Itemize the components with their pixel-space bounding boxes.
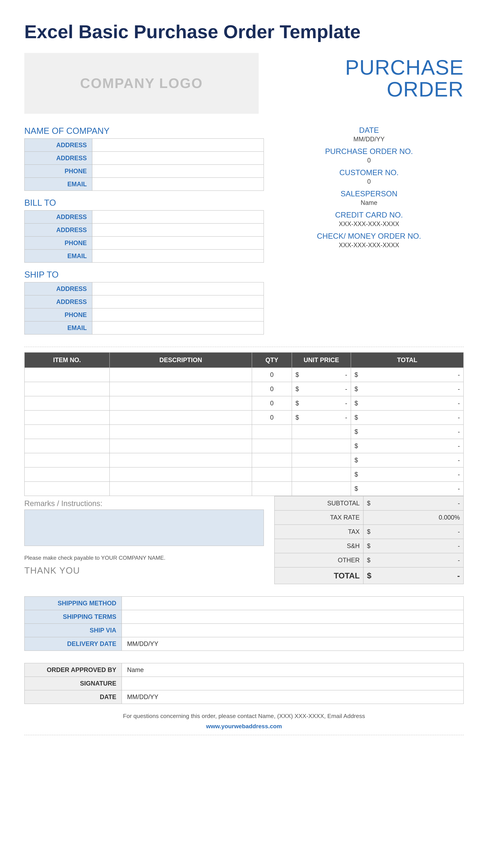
item-unit-cell[interactable]: $-: [292, 410, 351, 425]
item-row: 0$-$-: [25, 396, 463, 410]
company-address2-value[interactable]: [92, 152, 264, 164]
shipping-method-value[interactable]: [122, 596, 463, 610]
item-qty-cell[interactable]: 0: [252, 382, 292, 396]
item-unit-cell[interactable]: [292, 439, 351, 453]
item-row: 0$-$-: [25, 368, 463, 382]
other-value[interactable]: $-: [363, 553, 463, 567]
footer-url[interactable]: www.yourwebaddress.com: [24, 723, 464, 730]
company-address-value[interactable]: [92, 138, 264, 152]
totals-table: SUBTOTAL$- TAX RATE0.000% TAX$- S&H$- OT…: [274, 496, 464, 584]
item-total-cell: $-: [351, 425, 463, 439]
item-total-cell: $-: [351, 482, 463, 496]
item-no-cell[interactable]: [25, 439, 110, 453]
item-no-cell[interactable]: [25, 382, 110, 396]
grand-total-value: $-: [363, 567, 463, 584]
company-email-value[interactable]: [92, 178, 264, 191]
item-no-cell[interactable]: [25, 368, 110, 382]
item-row: $-: [25, 482, 463, 496]
item-desc-cell[interactable]: [110, 396, 252, 410]
col-unit-price: UNIT PRICE: [292, 352, 351, 368]
item-total-cell: $-: [351, 368, 463, 382]
item-no-cell[interactable]: [25, 396, 110, 410]
item-no-cell[interactable]: [25, 410, 110, 425]
item-qty-cell[interactable]: 0: [252, 396, 292, 410]
remarks-box[interactable]: [24, 509, 264, 546]
shipto-phone-value[interactable]: [92, 308, 264, 321]
customer-no-value[interactable]: 0: [274, 178, 464, 185]
item-qty-cell[interactable]: [252, 482, 292, 496]
approved-by-label: ORDER APPROVED BY: [25, 663, 122, 677]
item-unit-cell[interactable]: [292, 467, 351, 482]
date-value[interactable]: MM/DD/YY: [274, 135, 464, 143]
sh-value[interactable]: $-: [363, 539, 463, 553]
shipto-email-value[interactable]: [92, 321, 264, 334]
remarks-label: Remarks / Instructions:: [24, 499, 264, 508]
shipto-address2-value[interactable]: [92, 295, 264, 308]
company-address2-label: ADDRESS: [25, 152, 92, 164]
cc-no-value[interactable]: XXX-XXX-XXX-XXXX: [274, 220, 464, 227]
item-unit-cell[interactable]: [292, 482, 351, 496]
shipto-table: ADDRESS ADDRESS PHONE EMAIL: [24, 282, 264, 335]
shipping-method-label: SHIPPING METHOD: [25, 596, 122, 610]
item-row: $-: [25, 425, 463, 439]
item-row: $-: [25, 453, 463, 467]
shipping-terms-value[interactable]: [122, 610, 463, 624]
col-description: DESCRIPTION: [110, 352, 252, 368]
po-heading-line2: ORDER: [269, 78, 464, 100]
approved-by-value[interactable]: Name: [122, 663, 463, 677]
ship-via-value[interactable]: [122, 624, 463, 637]
approval-date-value[interactable]: MM/DD/YY: [122, 690, 463, 704]
item-unit-cell[interactable]: [292, 425, 351, 439]
item-qty-cell[interactable]: 0: [252, 368, 292, 382]
po-no-label: PURCHASE ORDER NO.: [274, 147, 464, 156]
taxrate-value[interactable]: 0.000%: [363, 510, 463, 525]
signature-value[interactable]: [122, 677, 463, 690]
item-no-cell[interactable]: [25, 425, 110, 439]
col-total: TOTAL: [351, 352, 463, 368]
item-qty-cell[interactable]: [252, 425, 292, 439]
item-no-cell[interactable]: [25, 453, 110, 467]
item-qty-cell[interactable]: [252, 467, 292, 482]
approval-table: ORDER APPROVED BYName SIGNATURE DATEMM/D…: [24, 663, 464, 704]
subtotal-value: $-: [363, 496, 463, 510]
item-desc-cell[interactable]: [110, 482, 252, 496]
billto-address2-value[interactable]: [92, 223, 264, 237]
billto-address-value[interactable]: [92, 210, 264, 223]
item-desc-cell[interactable]: [110, 439, 252, 453]
item-unit-cell[interactable]: [292, 453, 351, 467]
check-no-value[interactable]: XXX-XXX-XXX-XXXX: [274, 242, 464, 249]
po-no-value[interactable]: 0: [274, 157, 464, 164]
delivery-date-value[interactable]: MM/DD/YY: [122, 637, 463, 651]
item-no-cell[interactable]: [25, 467, 110, 482]
item-desc-cell[interactable]: [110, 410, 252, 425]
line-items-table: ITEM NO. DESCRIPTION QTY UNIT PRICE TOTA…: [24, 352, 464, 496]
po-heading-line1: PURCHASE: [269, 56, 464, 78]
item-desc-cell[interactable]: [110, 453, 252, 467]
company-phone-value[interactable]: [92, 164, 264, 178]
item-unit-cell[interactable]: $-: [292, 396, 351, 410]
salesperson-label: SALESPERSON: [274, 189, 464, 198]
item-desc-cell[interactable]: [110, 425, 252, 439]
divider: [24, 347, 464, 347]
item-qty-cell[interactable]: 0: [252, 410, 292, 425]
shipto-address-value[interactable]: [92, 282, 264, 295]
item-unit-cell[interactable]: $-: [292, 368, 351, 382]
item-total-cell: $-: [351, 396, 463, 410]
tax-value: $-: [363, 525, 463, 539]
billto-phone-value[interactable]: [92, 237, 264, 249]
salesperson-value[interactable]: Name: [274, 199, 464, 207]
footer-contact: For questions concerning this order, ple…: [24, 713, 464, 719]
thank-you: THANK YOU: [24, 565, 264, 576]
item-qty-cell[interactable]: [252, 439, 292, 453]
tax-label: TAX: [274, 525, 363, 539]
billto-table: ADDRESS ADDRESS PHONE EMAIL: [24, 210, 264, 262]
item-desc-cell[interactable]: [110, 382, 252, 396]
billto-email-value[interactable]: [92, 249, 264, 262]
item-no-cell[interactable]: [25, 482, 110, 496]
col-qty: QTY: [252, 352, 292, 368]
shipto-email-label: EMAIL: [25, 321, 92, 334]
item-qty-cell[interactable]: [252, 453, 292, 467]
item-unit-cell[interactable]: $-: [292, 382, 351, 396]
item-desc-cell[interactable]: [110, 368, 252, 382]
item-desc-cell[interactable]: [110, 467, 252, 482]
